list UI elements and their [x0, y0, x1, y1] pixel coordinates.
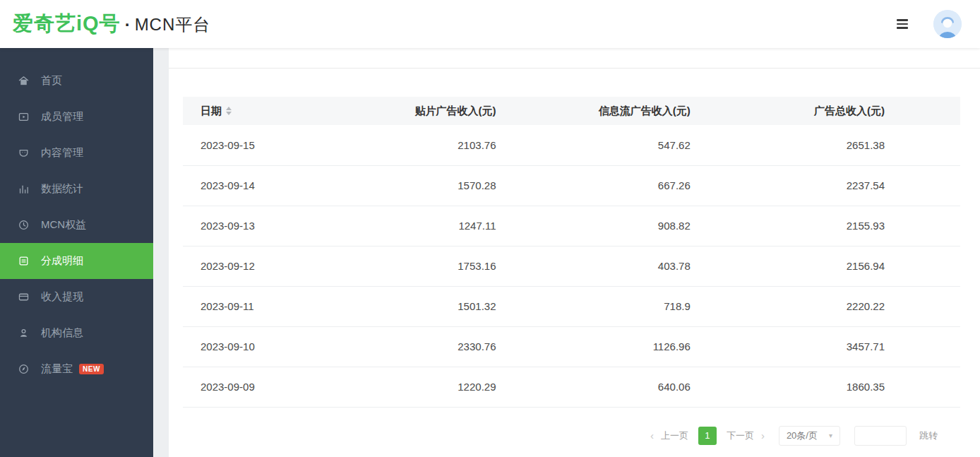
next-page-button[interactable]: 下一页 [727, 429, 754, 442]
page-size-select[interactable]: 20条/页 ▾ [779, 426, 840, 446]
app-logo[interactable]: 爱奇艺iQ号 · MCN平台 [13, 10, 210, 38]
table-row: 2023-09-102330.761126.963457.71 [183, 326, 960, 367]
table-row: 2023-09-091220.29640.061860.35 [183, 367, 960, 407]
cell-value: 2237.54 [766, 165, 960, 206]
sidebar-item-MCN权益[interactable]: MCN权益 [0, 207, 153, 243]
sidebar-item-首页[interactable]: 首页 [0, 63, 153, 99]
cell-date: 2023-09-14 [183, 165, 377, 206]
cell-value: 667.26 [572, 165, 766, 206]
member-icon [18, 111, 30, 123]
cell-date: 2023-09-13 [183, 206, 377, 246]
cell-value: 403.78 [572, 246, 766, 286]
cell-value: 1126.96 [572, 326, 766, 367]
jump-button[interactable]: 跳转 [919, 429, 938, 442]
sidebar-item-label: 收入提现 [41, 290, 83, 304]
share-detail-icon [18, 255, 30, 267]
table-row: 2023-09-121753.16403.782156.94 [183, 246, 960, 286]
chevron-left-icon[interactable]: ‹ [650, 430, 654, 441]
prev-page-button[interactable]: 上一页 [661, 429, 688, 442]
logo-brand-text: 爱奇艺iQ号 [13, 10, 121, 38]
revenue-table-panel: 日期 贴片广告收入(元) 信息流广告收入(元) 广告总收入(元) 2023-09… [183, 97, 960, 446]
main-content: 日期 贴片广告收入(元) 信息流广告收入(元) 广告总收入(元) 2023-09… [153, 48, 980, 457]
sidebar-item-机构信息[interactable]: 机构信息 [0, 315, 153, 351]
jump-page-input[interactable] [854, 426, 907, 446]
table-row: 2023-09-111501.32718.92220.22 [183, 286, 960, 326]
table-row: 2023-09-152103.76547.622651.38 [183, 125, 960, 165]
sort-icon[interactable] [226, 107, 232, 115]
column-header-total-revenue: 广告总收入(元) [766, 97, 960, 125]
cell-value: 1570.28 [377, 165, 571, 206]
sidebar-item-流量宝[interactable]: 流量宝NEW [0, 351, 153, 387]
top-header: 爱奇艺iQ号 · MCN平台 [0, 0, 980, 48]
person-icon [18, 327, 30, 339]
sidebar-item-分成明细[interactable]: 分成明细 [0, 243, 153, 279]
cell-value: 640.06 [572, 367, 766, 407]
clock-icon [18, 219, 30, 231]
cell-value: 1247.11 [377, 206, 571, 246]
menu-icon[interactable] [897, 16, 908, 32]
cell-value: 2103.76 [377, 125, 571, 165]
logo-separator: · [125, 15, 131, 35]
content-gutter [153, 48, 169, 457]
traffic-icon [18, 363, 30, 375]
cell-value: 3457.71 [766, 326, 960, 367]
chevron-down-icon: ▾ [829, 432, 832, 439]
column-header-feed-revenue: 信息流广告收入(元) [572, 97, 766, 125]
cell-value: 547.62 [572, 125, 766, 165]
cell-value: 2330.76 [377, 326, 571, 367]
table-row: 2023-09-131247.11908.822155.93 [183, 206, 960, 246]
sidebar-item-label: 分成明细 [41, 254, 83, 268]
sidebar-item-数据统计[interactable]: 数据统计 [0, 171, 153, 207]
sidebar-item-收入提现[interactable]: 收入提现 [0, 279, 153, 315]
sidebar-item-label: 数据统计 [41, 182, 83, 196]
user-avatar[interactable] [933, 10, 962, 38]
column-header-preroll-revenue: 贴片广告收入(元) [377, 97, 571, 125]
page-size-value: 20条/页 [787, 429, 818, 442]
cell-date: 2023-09-10 [183, 326, 377, 367]
home-icon [18, 75, 30, 87]
cell-value: 2155.93 [766, 206, 960, 246]
cell-value: 1753.16 [377, 246, 571, 286]
content-divider [169, 68, 980, 69]
column-header-date-label: 日期 [201, 105, 222, 118]
cell-date: 2023-09-15 [183, 125, 377, 165]
stats-icon [18, 183, 30, 195]
cell-value: 1501.32 [377, 286, 571, 326]
column-header-date[interactable]: 日期 [183, 97, 377, 125]
withdraw-icon [18, 291, 30, 303]
sidebar-item-label: MCN权益 [41, 218, 86, 232]
logo-platform-text: MCN平台 [135, 13, 211, 36]
revenue-table: 日期 贴片广告收入(元) 信息流广告收入(元) 广告总收入(元) 2023-09… [183, 97, 960, 408]
sidebar-item-label: 成员管理 [41, 110, 83, 124]
cell-value: 2220.22 [766, 286, 960, 326]
sidebar-item-label: 流量宝 [41, 362, 73, 376]
table-row: 2023-09-141570.28667.262237.54 [183, 165, 960, 206]
new-badge: NEW [79, 364, 104, 374]
avatar-icon [933, 10, 962, 38]
chevron-right-icon[interactable]: › [761, 430, 765, 441]
sidebar-nav: 首页成员管理内容管理数据统计MCN权益分成明细收入提现机构信息流量宝NEW [0, 48, 153, 457]
cell-value: 1860.35 [766, 367, 960, 407]
pagination: ‹ 上一页 1 下一页 › 20条/页 ▾ 跳转 [183, 426, 960, 446]
sidebar-item-成员管理[interactable]: 成员管理 [0, 99, 153, 135]
cell-value: 2651.38 [766, 125, 960, 165]
cell-date: 2023-09-09 [183, 367, 377, 407]
sidebar-item-内容管理[interactable]: 内容管理 [0, 135, 153, 171]
table-header-row: 日期 贴片广告收入(元) 信息流广告收入(元) 广告总收入(元) [183, 97, 960, 125]
sidebar-item-label: 内容管理 [41, 146, 83, 160]
cell-date: 2023-09-12 [183, 246, 377, 286]
sidebar-item-label: 机构信息 [41, 326, 83, 340]
content-icon [18, 147, 30, 159]
cell-value: 718.9 [572, 286, 766, 326]
sidebar-item-label: 首页 [41, 74, 62, 88]
header-actions [897, 10, 962, 38]
cell-date: 2023-09-11 [183, 286, 377, 326]
cell-value: 1220.29 [377, 367, 571, 407]
cell-value: 908.82 [572, 206, 766, 246]
current-page-button[interactable]: 1 [698, 427, 717, 445]
cell-value: 2156.94 [766, 246, 960, 286]
